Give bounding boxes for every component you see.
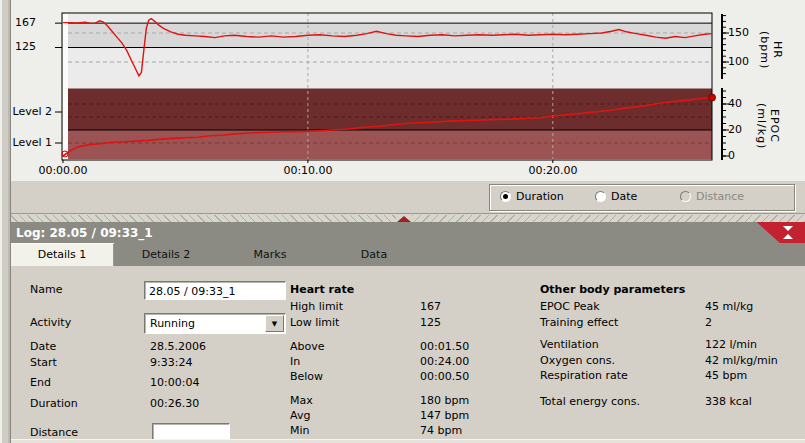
log-titlebar[interactable]: Log: 28.05 / 09:33_1 bbox=[10, 222, 805, 244]
other-params-header: Other body parameters bbox=[540, 283, 685, 297]
epoc-tick-20: 20 bbox=[728, 124, 742, 136]
epoc-axis-title-unit-top: EPOC bbox=[768, 95, 781, 157]
avg-value: 147 bpm bbox=[420, 409, 469, 423]
tab-details-2[interactable]: Details 2 bbox=[114, 243, 218, 266]
epoc-level1-label: Level 1 bbox=[6, 137, 52, 149]
hr-tick-100: 100 bbox=[728, 56, 749, 68]
date-value: 28.5.2006 bbox=[150, 340, 206, 354]
hr-limit-band bbox=[68, 23, 712, 47]
dropdown-arrow-icon[interactable]: ▼ bbox=[265, 315, 284, 332]
low-limit-value: 125 bbox=[420, 316, 441, 330]
epoc-axis-title: EPOC (ml/kg) bbox=[755, 95, 781, 157]
name-label: Name bbox=[30, 283, 62, 297]
epoc-level2-label: Level 2 bbox=[6, 106, 52, 118]
x-axis-mode-groupbox: Duration Date Distance bbox=[489, 184, 795, 211]
duration-value: 00:26.30 bbox=[150, 397, 199, 411]
activity-label: Activity bbox=[30, 316, 71, 330]
hr-axis-title: HR (bpm) bbox=[758, 20, 784, 80]
below-value: 00:00.50 bbox=[420, 370, 469, 384]
app-window: 167 125 Level 2 Level 1 00:00.00 00:10.0… bbox=[0, 0, 805, 443]
in-label: In bbox=[290, 355, 300, 369]
end-label: End bbox=[30, 376, 51, 390]
above-value: 00:01.50 bbox=[420, 340, 469, 354]
oxygen-value: 42 ml/kg/min bbox=[705, 354, 778, 368]
epoc-zone1-band bbox=[68, 130, 712, 159]
radio-duration-circle[interactable] bbox=[500, 191, 511, 202]
epoc-peak-label: EPOC Peak bbox=[540, 300, 600, 314]
radio-date-label: Date bbox=[611, 190, 637, 203]
training-effect-value: 2 bbox=[705, 316, 712, 330]
hr-axis-title-unit-bottom: (bpm) bbox=[758, 20, 771, 80]
radio-date-circle[interactable] bbox=[595, 191, 606, 202]
radio-duration[interactable]: Duration bbox=[500, 190, 564, 203]
tab-details-1[interactable]: Details 1 bbox=[10, 243, 114, 266]
next-log-edge bbox=[10, 439, 805, 443]
high-limit-value: 167 bbox=[420, 300, 441, 314]
distance-input[interactable] bbox=[152, 423, 230, 440]
plot-left-gap bbox=[63, 14, 68, 159]
respiration-value: 45 bpm bbox=[705, 369, 747, 383]
high-limit-label: High limit bbox=[290, 300, 343, 314]
end-value: 10:00:04 bbox=[150, 376, 199, 390]
distance-label: Distance bbox=[30, 426, 78, 440]
epoc-end-marker bbox=[708, 94, 715, 101]
tab-data[interactable]: Data bbox=[322, 243, 426, 266]
x-tick-20: 00:20.00 bbox=[523, 165, 583, 177]
x-tick-10: 00:10.00 bbox=[278, 165, 338, 177]
tab-marks[interactable]: Marks bbox=[218, 243, 322, 266]
name-input[interactable] bbox=[144, 281, 286, 300]
in-value: 00:24.00 bbox=[420, 355, 469, 369]
collapse-icon-bottom bbox=[783, 234, 793, 239]
training-effect-label: Training effect bbox=[540, 316, 618, 330]
above-label: Above bbox=[290, 340, 325, 354]
date-label: Date bbox=[30, 340, 56, 354]
collapse-button[interactable] bbox=[750, 222, 805, 243]
activity-value: Running bbox=[150, 317, 195, 330]
details-content bbox=[10, 266, 805, 443]
respiration-label: Respiration rate bbox=[540, 369, 628, 383]
radio-distance-circle bbox=[680, 191, 691, 202]
hr-epoc-chart[interactable] bbox=[0, 0, 805, 213]
splitter-hatch-right bbox=[412, 215, 805, 222]
oxygen-label: Oxygen cons. bbox=[540, 354, 615, 368]
epoc-tick-40: 40 bbox=[728, 98, 742, 110]
low-limit-label: Low limit bbox=[290, 316, 339, 330]
radio-distance-label: Distance bbox=[696, 190, 744, 203]
hr-axis-title-unit-top: HR bbox=[771, 20, 784, 80]
activity-dropdown[interactable]: Running ▼ bbox=[144, 313, 286, 334]
avg-label: Avg bbox=[290, 409, 310, 423]
min-value: 74 bpm bbox=[420, 424, 462, 438]
left-splitter[interactable] bbox=[0, 0, 11, 443]
max-label: Max bbox=[290, 394, 313, 408]
ventilation-value: 122 l/min bbox=[705, 338, 757, 352]
start-label: Start bbox=[30, 356, 57, 370]
log-title: Log: 28.05 / 09:33_1 bbox=[16, 226, 153, 240]
epoc-peak-value: 45 ml/kg bbox=[705, 300, 753, 314]
duration-label: Duration bbox=[30, 397, 78, 411]
heart-rate-header: Heart rate bbox=[290, 283, 354, 297]
ventilation-label: Ventilation bbox=[540, 338, 599, 352]
hr-tick-150: 150 bbox=[728, 27, 749, 39]
x-tick-0: 00:00.00 bbox=[33, 165, 93, 177]
min-label: Min bbox=[290, 424, 310, 438]
collapse-icon-top bbox=[783, 226, 793, 231]
energy-label: Total energy cons. bbox=[540, 395, 640, 409]
radio-distance: Distance bbox=[680, 190, 744, 203]
below-label: Below bbox=[290, 370, 323, 384]
splitter-hatch-left bbox=[0, 215, 396, 222]
start-value: 9:33:24 bbox=[150, 356, 192, 370]
max-value: 180 bpm bbox=[420, 394, 469, 408]
epoc-tick-0: 0 bbox=[728, 150, 735, 162]
radio-date[interactable]: Date bbox=[595, 190, 637, 203]
epoc-axis-title-unit-bottom: (ml/kg) bbox=[755, 95, 768, 157]
energy-value: 338 kcal bbox=[705, 395, 752, 409]
radio-duration-label: Duration bbox=[516, 190, 564, 203]
log-tabbar: Details 1 Details 2 Marks Data bbox=[10, 243, 805, 266]
